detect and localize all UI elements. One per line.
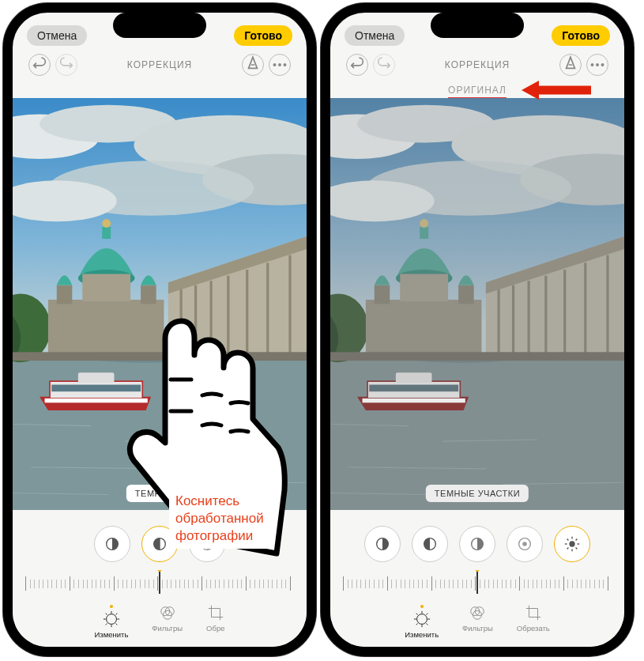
tool-name-label: ТЕМНЫЕ УЧАСТКИ: [426, 485, 529, 502]
dynamic-island: [431, 13, 524, 38]
filters-icon: [159, 604, 176, 621]
redo-button[interactable]: [55, 54, 77, 76]
svg-point-63: [522, 542, 527, 546]
dial-exposure[interactable]: [94, 526, 130, 562]
phone-left: Отмена Готово КОРРЕКЦИЯ: [3, 3, 316, 656]
svg-point-44: [106, 614, 116, 625]
svg-line-79: [426, 624, 427, 625]
annotation-callout: Коснитесь обработанной фотографии: [169, 489, 270, 549]
redo-icon: [56, 55, 77, 75]
cancel-button[interactable]: Отмена: [27, 25, 87, 46]
annotation-arrow-icon: [522, 79, 593, 101]
crop-icon: [525, 604, 542, 621]
dynamic-island: [113, 13, 206, 38]
markup-icon: [243, 55, 263, 75]
svg-line-81: [426, 614, 427, 615]
undo-button[interactable]: [28, 54, 51, 76]
mode-title: КОРРЕКЦИЯ: [127, 59, 192, 70]
redo-icon: [374, 55, 394, 75]
svg-point-64: [569, 541, 574, 546]
value-slider[interactable]: [25, 570, 294, 597]
dial-2[interactable]: [412, 526, 448, 562]
tab-crop[interactable]: Обрезать: [517, 604, 550, 639]
svg-line-71: [567, 548, 569, 550]
dial-3[interactable]: [459, 526, 495, 562]
redo-button[interactable]: [373, 54, 395, 76]
more-icon: [587, 55, 608, 75]
dial-5[interactable]: [554, 526, 590, 562]
svg-point-73: [416, 614, 427, 625]
tab-filters-label: Фильтры: [462, 624, 493, 633]
svg-point-58: [601, 63, 604, 66]
svg-line-78: [416, 614, 417, 615]
phone-right: Отмена Готово КОРРЕКЦИЯ: [321, 3, 634, 656]
undo-icon: [29, 55, 50, 75]
cancel-button[interactable]: Отмена: [345, 25, 405, 46]
tab-crop-label: Обрезать: [517, 624, 550, 633]
svg-line-51: [106, 624, 107, 625]
markup-icon: [560, 55, 581, 75]
svg-line-52: [115, 614, 117, 615]
adjust-icon: [413, 610, 431, 628]
done-button[interactable]: Готово: [234, 25, 292, 46]
original-label: ОРИГИНАЛ: [448, 85, 507, 99]
screen-left: Отмена Готово КОРРЕКЦИЯ: [13, 13, 307, 647]
svg-point-57: [596, 63, 599, 66]
adjustment-dials: [330, 521, 624, 570]
tab-adjust[interactable]: Изменить: [94, 604, 128, 639]
tab-adjust-label: Изменить: [94, 630, 128, 639]
svg-line-49: [106, 614, 107, 615]
svg-line-70: [576, 548, 578, 550]
tab-filters-label: Фильтры: [152, 624, 183, 633]
tab-filters[interactable]: Фильтры: [462, 604, 493, 639]
tab-adjust[interactable]: Изменить: [405, 604, 439, 639]
markup-button[interactable]: [559, 54, 582, 76]
value-slider[interactable]: [343, 570, 612, 597]
screen-right: Отмена Готово КОРРЕКЦИЯ: [330, 13, 624, 647]
adjust-icon: [103, 610, 120, 628]
svg-line-80: [416, 624, 417, 625]
mode-title: КОРРЕКЦИЯ: [445, 59, 510, 70]
undo-icon: [347, 55, 367, 75]
svg-line-69: [567, 539, 569, 541]
undo-button[interactable]: [346, 54, 368, 76]
svg-line-72: [576, 539, 578, 541]
more-button[interactable]: [269, 54, 291, 76]
more-icon: [269, 55, 290, 75]
dial-4[interactable]: [507, 526, 543, 562]
filters-icon: [469, 604, 486, 621]
photo-preview[interactable]: ТЕМНЫЕ УЧАСТКИ: [330, 98, 624, 510]
dial-1[interactable]: [364, 526, 401, 562]
svg-point-40: [284, 63, 287, 66]
done-button[interactable]: Готово: [552, 25, 610, 46]
more-button[interactable]: [586, 54, 608, 76]
markup-button[interactable]: [242, 54, 264, 76]
svg-line-50: [115, 624, 117, 625]
tab-crop[interactable]: Обре: [206, 604, 224, 639]
svg-point-39: [278, 63, 281, 66]
tab-crop-label: Обре: [206, 624, 224, 633]
tab-filters[interactable]: Фильтры: [152, 604, 183, 639]
svg-point-38: [273, 63, 277, 66]
crop-icon: [207, 604, 224, 621]
svg-marker-86: [522, 81, 539, 100]
svg-point-56: [591, 63, 594, 66]
tab-adjust-label: Изменить: [405, 630, 439, 639]
photo-preview[interactable]: ТЕМНЫЕ У: [13, 98, 307, 510]
